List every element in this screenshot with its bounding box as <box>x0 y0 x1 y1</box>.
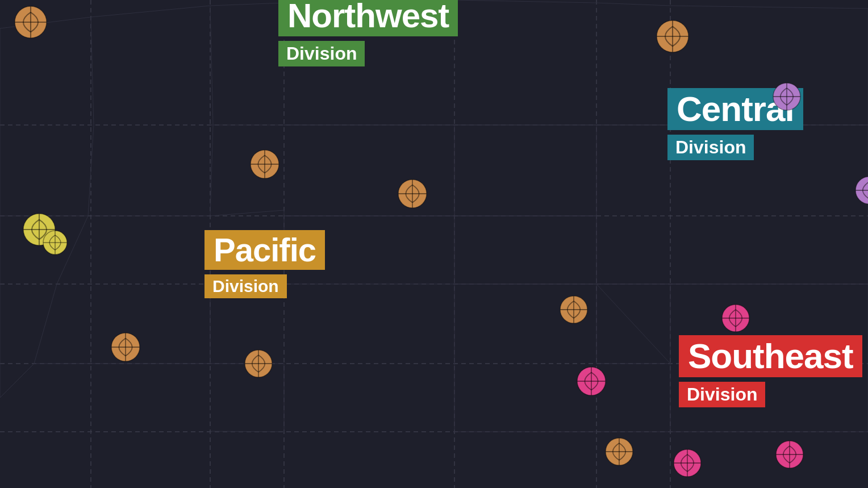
basketball-icon <box>773 82 801 111</box>
pacific-name: Pacific <box>205 230 325 270</box>
pacific-sub: Division <box>205 274 287 298</box>
basketball-icon <box>111 332 140 362</box>
basketball-icon <box>560 295 588 324</box>
basketball-icon <box>855 176 868 205</box>
basketball-icon <box>14 6 47 39</box>
basketball-icon <box>656 20 689 53</box>
northwest-name: Northwest <box>278 0 458 36</box>
basketball-icon <box>605 437 633 466</box>
northwest-division: Northwest Division <box>278 0 458 66</box>
southeast-name: Southeast <box>679 335 862 377</box>
map-background <box>0 0 868 488</box>
basketball-icon <box>577 366 606 396</box>
basketball-icon <box>250 149 279 179</box>
basketball-icon <box>775 440 804 469</box>
basketball-icon <box>721 304 750 332</box>
basketball-icon <box>244 349 273 378</box>
northwest-sub: Division <box>278 41 365 66</box>
basketball-icon <box>673 449 702 477</box>
southeast-sub: Division <box>679 382 765 407</box>
central-sub: Division <box>667 135 754 160</box>
pacific-division: Pacific Division <box>205 230 325 298</box>
southeast-division: Southeast Division <box>679 335 862 407</box>
basketball-icon <box>398 179 427 208</box>
basketball-icon <box>43 230 68 255</box>
